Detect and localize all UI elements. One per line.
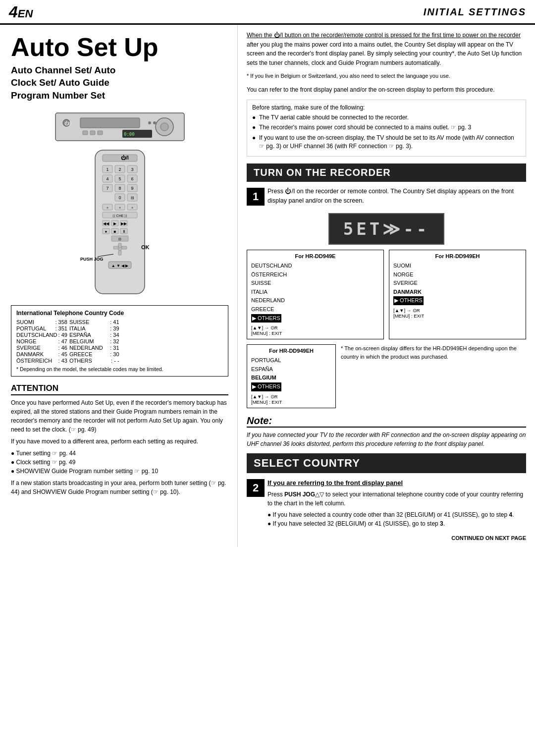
country-table-note: * Depending on the model, the selectable…	[16, 366, 223, 372]
hr-dd949eh-label-2: For HR-DD949EH	[251, 348, 331, 354]
right-intro-text: When the ⏻/I button on the recorder/remo…	[247, 31, 526, 67]
svg-text:◀◀: ◀◀	[103, 221, 109, 226]
svg-rect-5	[90, 131, 95, 135]
before-item-3: If you want to use the on-screen display…	[252, 134, 521, 151]
country-entry-danmark: DANMARK: 45	[16, 351, 67, 357]
svg-text:6: 6	[131, 176, 133, 181]
page-title: Auto Set Up	[11, 34, 228, 61]
svg-text:⟨⟨  CHE  ⟩⟩: ⟨⟨ CHE ⟩⟩	[112, 214, 127, 217]
step-2-bullet-2: If you have selected 32 (BELGIUM) or 41 …	[268, 519, 526, 528]
list-item: NORGE	[393, 270, 522, 279]
hr-dd949e-label: For HR-DD949E	[251, 253, 379, 259]
attention-bullet-3: SHOWVIEW Guide Program number setting ☞ …	[11, 467, 228, 476]
step-2-container: 2 If you are referring to the front disp…	[247, 478, 526, 529]
section-title: INITIAL SETTINGS	[424, 6, 526, 18]
step-1-container: 1 Press ⏻/I on the recorder or remote co…	[247, 187, 526, 408]
country-entry-deutschland: DEUTSCHLAND: 49	[16, 332, 67, 338]
hr-dd949eh-label-1: For HR-DD949EH	[393, 253, 522, 259]
attention-box: ATTENTION Once you have performed Auto S…	[11, 383, 228, 496]
hr-dd949eh-exit-1: [MENU] : EXIT	[393, 313, 522, 319]
svg-rect-3	[80, 118, 140, 128]
svg-point-11	[148, 121, 151, 124]
country-entry-norge: NORGE: 47	[16, 338, 67, 344]
step-2-bullet-1: If you have selected a country code othe…	[268, 510, 526, 519]
hr-dd949e-box: For HR-DD949E DEUTSCHLAND ÖSTERREICH SUI…	[247, 250, 384, 339]
country-entry-greece: GREECE: 30	[69, 351, 119, 357]
svg-point-8	[160, 123, 168, 131]
list-item: GREECE	[251, 305, 379, 314]
page-number: 4EN	[9, 3, 33, 21]
svg-text:0: 0	[118, 195, 121, 200]
hr-dd949e-nav: [▲▼] → ⊙R	[251, 325, 379, 330]
svg-text:7: 7	[106, 186, 108, 191]
note-text: If you have connected your TV to the rec…	[247, 431, 526, 448]
right-footnote: * If you live in Belgium or Switzerland,…	[247, 72, 526, 80]
svg-rect-63	[122, 246, 127, 249]
svg-rect-65	[118, 251, 121, 255]
svg-text:1: 1	[106, 167, 108, 172]
note-title: Note:	[247, 415, 526, 428]
main-content: Auto Set Up Auto Channel Set/ AutoClock …	[0, 25, 535, 547]
country-entry-others: OTHERS: - -	[69, 358, 119, 364]
svg-text:●: ●	[105, 229, 107, 234]
step-1-number: 1	[247, 188, 265, 206]
svg-text:3: 3	[131, 167, 133, 172]
country-side-note: * The on-screen display differs for the …	[341, 344, 526, 408]
svg-text:5: 5	[118, 176, 121, 181]
hr-dd949eh-nav-2: [▲▼] → ⊙R	[251, 394, 331, 399]
step-2-bullets: If you have selected a country code othe…	[268, 510, 526, 528]
list-item: ▶ OTHERS	[393, 296, 424, 305]
list-item: PORTUGAL	[251, 356, 331, 365]
svg-text:⊟: ⊟	[118, 237, 121, 241]
hr-dd949eh-list-2: PORTUGAL ESPAÑA BELGIUM ▶ OTHERS	[251, 356, 331, 391]
list-item: SUISSE	[251, 279, 379, 288]
before-starting-list: The TV aerial cable should be connected …	[252, 113, 521, 151]
svg-text:9: 9	[131, 186, 133, 191]
svg-text:4: 4	[106, 176, 108, 181]
page-header: 4EN INITIAL SETTINGS	[0, 0, 535, 25]
hr-dd949eh-exit-2: [MENU] : EXIT	[251, 399, 331, 405]
before-starting-title: Before starting, make sure of the follow…	[252, 104, 521, 111]
country-table-title: International Telephone Country Code	[16, 310, 223, 317]
country-entry-suomi: SUOMI: 358	[16, 319, 67, 325]
hr-dd949eh-list-1: SUOMI NORGE SVERIGE DANMARK ▶ OTHERS	[393, 262, 522, 305]
note-box: Note: If you have connected your TV to t…	[247, 415, 526, 448]
subtitle: Auto Channel Set/ AutoClock Set/ Auto Gu…	[11, 64, 228, 102]
country-entry-suisse: SUISSE: 41	[69, 319, 119, 325]
list-item: DEUTSCHLAND	[251, 262, 379, 270]
step-2-text: Press PUSH JOG△▽ to select your internat…	[268, 490, 526, 508]
country-entry-nederland: NEDERLAND: 31	[69, 345, 119, 351]
country-entry-espana: ESPAÑA: 34	[69, 332, 119, 338]
svg-text:+: +	[106, 206, 108, 210]
attention-bullet-2: Clock setting ☞ pg. 49	[11, 458, 228, 467]
select-country-header: SELECT COUNTRY	[247, 453, 526, 473]
list-item: SVERIGE	[393, 279, 522, 288]
country-select-area-top: For HR-DD949E DEUTSCHLAND ÖSTERREICH SUI…	[247, 250, 526, 339]
attention-para-1: Once you have performed Auto Set Up, eve…	[11, 398, 228, 434]
attention-bullet-1: Tuner setting ☞ pg. 44	[11, 449, 228, 458]
svg-rect-14	[103, 155, 137, 162]
before-item-2: The recorder's mains power cord should b…	[252, 123, 521, 132]
svg-text:OK: OK	[141, 244, 150, 250]
attention-text: Once you have performed Auto Set Up, eve…	[11, 398, 228, 496]
set-display: 5ET≫--	[328, 213, 444, 245]
set-display-wrap: 5ET≫--	[247, 213, 526, 245]
svg-text:■: ■	[113, 229, 116, 234]
step-1-row: 1 Press ⏻/I on the recorder or remote co…	[247, 187, 526, 208]
list-item: ESPAÑA	[251, 365, 331, 374]
svg-rect-6	[98, 131, 103, 135]
left-column: Auto Set Up Auto Channel Set/ AutoClock …	[0, 25, 238, 547]
svg-text:+: +	[131, 206, 133, 210]
turn-on-header: TURN ON THE RECORDER	[247, 163, 526, 182]
svg-text:⊟: ⊟	[130, 196, 134, 200]
step-2-content: If you are referring to the front displa…	[268, 478, 526, 529]
list-item: ÖSTERREICH	[251, 270, 379, 279]
attention-title: ATTENTION	[11, 383, 228, 395]
attention-para-3: If a new station starts broadcasting in …	[11, 479, 228, 496]
svg-text:PUSH JOG: PUSH JOG	[80, 257, 104, 262]
country-select-area-bottom: For HR-DD949EH PORTUGAL ESPAÑA BELGIUM ▶…	[247, 344, 526, 408]
country-entry-osterreich: ÖSTERREICH: 43	[16, 358, 67, 364]
attention-bullet-list: Tuner setting ☞ pg. 44 Clock setting ☞ p…	[11, 449, 228, 476]
svg-rect-62	[113, 246, 118, 249]
list-item: NEDERLAND	[251, 296, 379, 305]
